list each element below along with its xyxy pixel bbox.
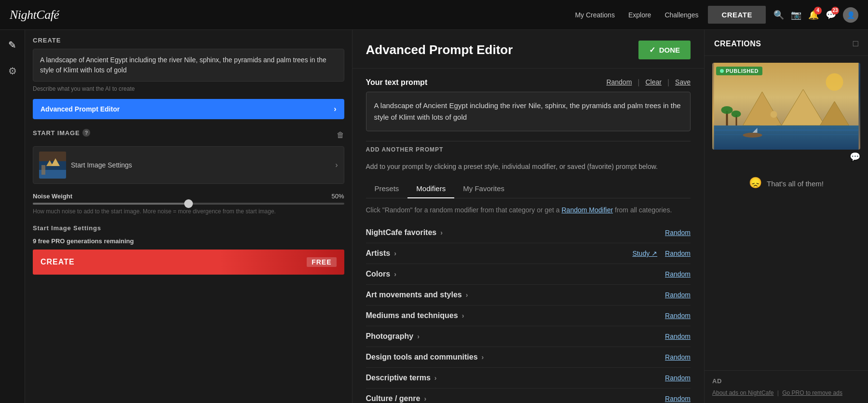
clear-action[interactable]: Clear [645, 78, 661, 87]
modifier-name-design-tools: Design tools and communities [366, 353, 478, 361]
svg-rect-11 [714, 129, 859, 131]
editor-title: Advanced Prompt Editor [366, 42, 513, 57]
chevron-right-icon: › [417, 333, 420, 340]
random-action[interactable]: Random [606, 78, 632, 87]
tab-presets[interactable]: Presets [366, 180, 408, 198]
all-of-them-text: That's all of them! [767, 180, 824, 188]
create-free-button[interactable]: CREATE FREE [33, 250, 344, 275]
modifier-row-design-tools[interactable]: Design tools and communities › Random [366, 347, 691, 368]
chevron-right-icon: › [424, 395, 426, 403]
start-image-thumbnail [39, 152, 66, 179]
modifier-left-colors: Colors › [366, 270, 396, 278]
modifiers-help-text: Click "Random" for a random modifier fro… [366, 206, 691, 214]
modifier-row-art-movements[interactable]: Art movements and styles › Random [366, 285, 691, 306]
modifier-name-colors: Colors [366, 270, 391, 278]
ad-label: AD [712, 377, 860, 385]
artists-study[interactable]: Study ↗ [632, 250, 657, 257]
all-of-them: 😞 That's all of them! [712, 167, 860, 199]
design-tools-random[interactable]: Random [665, 353, 691, 361]
chevron-right-icon: › [466, 291, 468, 299]
modifier-name-photography: Photography [366, 332, 414, 341]
message-icon[interactable]: 💬 23 [826, 10, 836, 20]
chevron-right-icon: › [394, 270, 396, 278]
photography-random[interactable]: Random [665, 333, 691, 340]
about-ads-link[interactable]: About ads on NightCafe [712, 389, 773, 396]
svg-rect-10 [714, 125, 859, 150]
add-another-prompt[interactable]: ADD ANOTHER PROMPT [366, 141, 691, 153]
advanced-prompt-editor-button[interactable]: Advanced Prompt Editor › [33, 99, 344, 119]
notification-icon[interactable]: 🔔 4 [808, 10, 819, 20]
modifier-row-nightcafe-favorites[interactable]: NightCafe favorites › Random [366, 222, 691, 243]
trash-icon[interactable]: 🗑 [337, 131, 344, 139]
svg-point-19 [771, 111, 777, 118]
modifier-row-mediums[interactable]: Mediums and techniques › Random [366, 306, 691, 326]
prompt-actions: Random | Clear | Save [606, 78, 691, 87]
start-image-settings-row[interactable]: Start Image Settings › [33, 146, 344, 184]
modifier-right-culture-genre: Random [665, 395, 691, 403]
modifier-row-culture-genre[interactable]: Culture / genre › Random [366, 389, 691, 403]
nightcafe-random[interactable]: Random [665, 229, 691, 236]
mediums-random[interactable]: Random [665, 312, 691, 320]
image-icon[interactable]: 📷 [791, 10, 801, 20]
creation-image [712, 63, 860, 150]
svg-point-14 [721, 106, 733, 114]
tab-modifiers[interactable]: Modifiers [407, 180, 454, 198]
search-icon[interactable]: 🔍 [773, 10, 784, 20]
artists-random[interactable]: Random [665, 250, 691, 257]
modifier-name-art-movements: Art movements and styles [366, 291, 462, 299]
art-movements-random[interactable]: Random [665, 291, 691, 299]
modifier-left-culture-genre: Culture / genre › [366, 394, 427, 403]
published-badge: PUBLISHED [716, 67, 762, 75]
free-tag: FREE [307, 257, 336, 267]
chevron-right-icon: › [434, 374, 437, 382]
svg-rect-12 [714, 134, 859, 135]
sidebar-settings-icon[interactable]: ⚙ [4, 63, 21, 79]
chevron-right-icon: › [440, 229, 443, 236]
chat-icon[interactable]: 💬 [712, 152, 860, 162]
creation-card: PUBLISHED [712, 63, 860, 150]
create-button[interactable]: CREATE [708, 6, 766, 24]
noise-weight-thumb[interactable] [184, 199, 193, 208]
nav-my-creations[interactable]: My Creations [575, 11, 614, 19]
text-prompt-textarea[interactable]: A landscape of Ancient Egypt including t… [366, 92, 691, 131]
creations-header: CREATIONS □ [705, 30, 868, 56]
expand-icon[interactable]: □ [853, 39, 858, 49]
message-badge: 23 [831, 7, 839, 14]
modifier-row-descriptive-terms[interactable]: Descriptive terms › Random [366, 368, 691, 389]
help-icon[interactable]: ? [82, 129, 90, 137]
modifier-row-artists[interactable]: Artists › Study ↗ Random [366, 243, 691, 264]
creations-body: PUBLISHED 💬 😞 That's all of them! [705, 56, 868, 370]
random-modifier-link[interactable]: Random Modifier [562, 206, 613, 214]
nav-challenges[interactable]: Challenges [665, 11, 698, 19]
descriptive-terms-random[interactable]: Random [665, 374, 691, 382]
sidebar-prompt-box[interactable]: A landscape of Ancient Egypt including t… [33, 49, 344, 82]
modifier-right-mediums: Random [665, 312, 691, 320]
add-to-prompt-text: Add to your prompt by clicking a preset … [366, 162, 691, 172]
modifier-right-artists: Study ↗ Random [632, 250, 691, 257]
advanced-prompt-label: Advanced Prompt Editor [41, 105, 120, 113]
nav-explore[interactable]: Explore [628, 11, 651, 19]
sidebar-create-icon[interactable]: ✎ [4, 37, 21, 53]
modifier-row-photography[interactable]: Photography › Random [366, 326, 691, 347]
done-button[interactable]: ✓ DONE [638, 41, 691, 59]
svg-point-21 [743, 133, 762, 138]
chevron-right-icon: › [394, 250, 396, 257]
left-panel: ✎ ⚙ CREATE A landscape of Ancient Egypt … [0, 30, 353, 403]
tab-my-favorites[interactable]: My Favorites [454, 180, 513, 198]
culture-genre-random[interactable]: Random [665, 395, 691, 403]
editor-body: Your text prompt Random | Clear | Save A… [353, 69, 705, 403]
sidebar-content: CREATE A landscape of Ancient Egypt incl… [25, 30, 352, 403]
go-pro-link[interactable]: Go PRO to remove ads [782, 389, 842, 396]
modifier-left-nightcafe: NightCafe favorites › [366, 228, 443, 237]
colors-random[interactable]: Random [665, 270, 691, 278]
sidebar-icon-col: ✎ ⚙ [0, 30, 25, 403]
start-image-chevron-icon: › [335, 161, 338, 169]
modifier-right-art-movements: Random [665, 291, 691, 299]
noise-weight-track[interactable] [33, 203, 344, 205]
save-action[interactable]: Save [675, 78, 691, 87]
modifier-row-colors[interactable]: Colors › Random [366, 264, 691, 285]
noise-weight-label: Noise Weight [33, 193, 72, 200]
check-icon: ✓ [649, 45, 655, 55]
chevron-right-icon: › [462, 312, 464, 320]
user-avatar[interactable]: 👤 [843, 7, 858, 23]
